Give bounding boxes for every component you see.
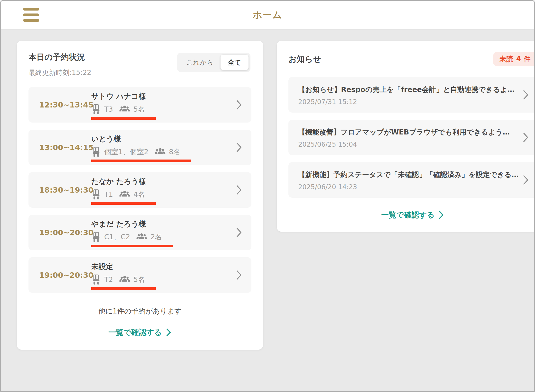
chevron-right-icon xyxy=(438,211,444,219)
chevron-right-icon xyxy=(523,90,529,100)
reservations-card-title: 本日の予約状況 xyxy=(28,52,91,63)
chair-icon xyxy=(91,147,101,157)
chevron-right-icon xyxy=(236,228,242,237)
reservation-tables: 個室1、個室2 xyxy=(104,148,148,155)
reservation-row[interactable]: 19:00~20:30 未設定 xyxy=(28,257,251,293)
reservation-row[interactable]: 13:00~14:15 いとう様 xyxy=(28,130,251,165)
more-reservations-text: 他に1件の予約があります xyxy=(28,306,251,316)
chevron-right-icon xyxy=(523,175,529,185)
chair-icon xyxy=(91,274,101,285)
people-icon xyxy=(119,189,130,200)
people-icon xyxy=(136,232,147,242)
reservation-time: 13:00~14:15 xyxy=(39,143,91,152)
reservation-time: 19:00~20:30 xyxy=(39,228,91,237)
notices-view-all-link[interactable]: 一覧で確認する xyxy=(381,210,444,220)
notice-list: 【お知らせ】Respoの売上を「freee会計」と自動連携できるよ… 2025/… xyxy=(288,77,535,198)
main-content: 本日の予約状況 最終更新時刻:15:22 これから 全て 12:30~13:45… xyxy=(1,29,534,391)
reservation-tables: C1、C2 xyxy=(104,233,130,241)
notices-card: お知らせ 未読 4 件 【お知らせ】Respoの売上を「freee会計」と自動連… xyxy=(277,41,535,232)
reservation-guest-name: 未設定 xyxy=(91,263,232,270)
reservation-time: 19:00~20:30 xyxy=(39,271,91,279)
notice-item[interactable]: 【機能改善】フロアマップがWEBブラウザでも利用できるよう… 2025/06/2… xyxy=(288,120,535,155)
reservation-party-size: 5名 xyxy=(133,276,145,283)
reservation-party-size: 4名 xyxy=(133,191,145,198)
view-all-label: 一覧で確認する xyxy=(381,210,434,220)
people-icon xyxy=(119,104,130,115)
reservation-tables: T1 xyxy=(104,191,113,198)
page-title: ホーム xyxy=(253,9,282,21)
annotation-underline: T2 5名 xyxy=(91,274,156,290)
chevron-right-icon xyxy=(236,100,242,110)
people-icon xyxy=(155,147,166,157)
reservation-guest-name: サトウ ハナコ様 xyxy=(91,93,232,100)
reservations-card: 本日の予約状況 最終更新時刻:15:22 これから 全て 12:30~13:45… xyxy=(17,41,263,350)
notice-item[interactable]: 【お知らせ】Respoの売上を「freee会計」と自動連携できるよ… 2025/… xyxy=(288,77,535,113)
reservation-tables: T3 xyxy=(104,106,113,113)
reservation-row[interactable]: 19:00~20:30 やまだ たろう様 xyxy=(28,215,251,250)
notice-item[interactable]: 【新機能】予約ステータスで「未確認」「確認済み」を設定できる… 2025/06/… xyxy=(288,162,535,198)
annotation-underline: C1、C2 2名 xyxy=(91,232,173,247)
notice-date: 2025/06/20 14:23 xyxy=(298,184,519,190)
last-updated-text: 最終更新時刻:15:22 xyxy=(28,68,91,77)
reservation-guest-name: たなか たろう様 xyxy=(91,178,232,185)
filter-upcoming-button[interactable]: これから xyxy=(179,55,221,70)
chevron-right-icon xyxy=(236,270,242,280)
chair-icon xyxy=(91,232,101,242)
hamburger-menu-icon[interactable] xyxy=(23,8,39,22)
notice-date: 2025/07/31 15:12 xyxy=(298,98,519,105)
notice-title: 【お知らせ】Respoの売上を「freee会計」と自動連携できるよ… xyxy=(298,86,519,94)
notice-title: 【機能改善】フロアマップがWEBブラウザでも利用できるよう… xyxy=(298,128,519,136)
reservation-tables: T2 xyxy=(104,276,113,283)
filter-segmented-control: これから 全て xyxy=(177,53,250,72)
reservation-time: 18:30~19:30 xyxy=(39,186,91,194)
reservation-list: 12:30~13:45 サトウ ハナコ様 xyxy=(28,87,251,293)
reservation-row[interactable]: 12:30~13:45 サトウ ハナコ様 xyxy=(28,87,251,123)
chevron-right-icon xyxy=(236,185,242,195)
reservation-guest-name: いとう様 xyxy=(91,135,232,143)
app-window: ホーム 本日の予約状況 最終更新時刻:15:22 これから 全て 12:30~1… xyxy=(0,0,535,392)
annotation-underline: T3 5名 xyxy=(91,104,156,120)
chair-icon xyxy=(91,104,101,115)
reservation-time: 12:30~13:45 xyxy=(39,100,91,109)
filter-all-button[interactable]: 全て xyxy=(221,55,249,70)
people-icon xyxy=(119,275,130,285)
reservations-view-all-link[interactable]: 一覧で確認する xyxy=(108,327,171,338)
reservation-guest-name: やまだ たろう様 xyxy=(91,220,232,228)
reservation-party-size: 5名 xyxy=(133,106,145,113)
chevron-right-icon xyxy=(166,328,172,337)
reservation-row[interactable]: 18:30~19:30 たなか たろう様 xyxy=(28,172,251,208)
notice-date: 2025/06/25 15:04 xyxy=(298,141,519,148)
reservation-party-size: 8名 xyxy=(169,148,180,155)
notices-card-title: お知らせ xyxy=(288,54,321,65)
unread-count-badge: 未読 4 件 xyxy=(493,52,535,66)
reservation-party-size: 2名 xyxy=(150,233,162,241)
chevron-right-icon xyxy=(523,133,529,142)
chevron-right-icon xyxy=(236,143,242,152)
annotation-underline: 個室1、個室2 8名 xyxy=(91,147,191,162)
view-all-label: 一覧で確認する xyxy=(108,327,162,338)
app-header: ホーム xyxy=(1,1,534,29)
chair-icon xyxy=(91,189,101,200)
annotation-underline: T1 4名 xyxy=(91,189,156,205)
notice-title: 【新機能】予約ステータスで「未確認」「確認済み」を設定できる… xyxy=(298,171,519,179)
